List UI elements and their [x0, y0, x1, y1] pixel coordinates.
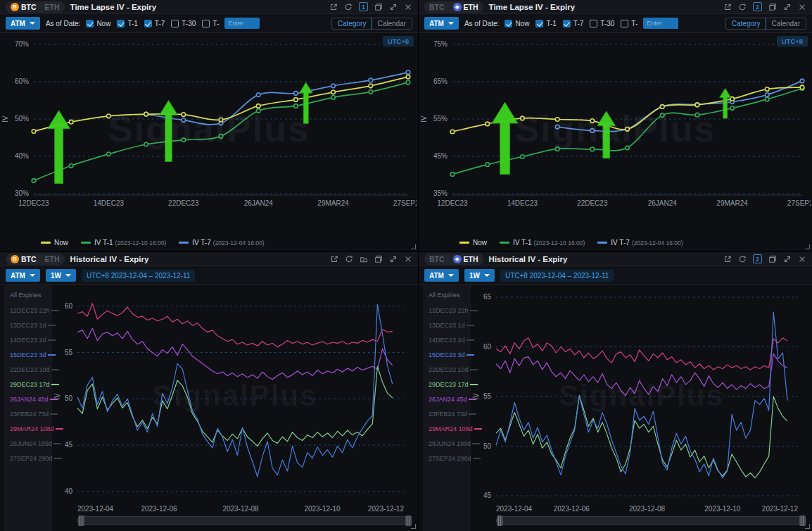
- checkbox-checked-icon[interactable]: [563, 20, 571, 27]
- currency-tab-eth[interactable]: ETH: [42, 3, 63, 11]
- currency-tab-btc[interactable]: BTC: [426, 255, 448, 263]
- custom-t-input[interactable]: [224, 18, 260, 29]
- resize-handle[interactable]: [411, 524, 416, 529]
- checkbox-t-7[interactable]: T-7: [563, 20, 583, 27]
- checkbox-t-[interactable]: T-: [621, 20, 637, 27]
- refresh-icon[interactable]: [345, 255, 353, 263]
- expiry-item[interactable]: 15DEC23 3d: [4, 347, 52, 362]
- legend-item[interactable]: Now: [459, 234, 487, 251]
- legend-item[interactable]: Now: [41, 234, 68, 251]
- checkbox-t-1[interactable]: T-1: [117, 20, 137, 27]
- expiry-item[interactable]: 12DEC23 22h: [4, 303, 52, 318]
- checkbox-checked-icon[interactable]: [117, 20, 125, 27]
- expiry-item[interactable]: 28JUN24 199d: [4, 436, 52, 451]
- checkbox-checked-icon[interactable]: [535, 20, 543, 27]
- expiry-item[interactable]: 29MAR24 108d: [4, 421, 52, 436]
- strike-select[interactable]: ATM: [6, 269, 40, 282]
- calendar-tab[interactable]: Calendar: [766, 18, 806, 29]
- expiry-item[interactable]: 27SEP24 290d: [423, 451, 471, 466]
- close-icon[interactable]: [798, 3, 806, 11]
- window-count-badge[interactable]: 2: [753, 2, 762, 11]
- period-select[interactable]: 1W: [464, 269, 495, 282]
- checkbox-t-30[interactable]: T-30: [171, 20, 196, 27]
- refresh-icon[interactable]: [738, 255, 747, 263]
- refresh-icon[interactable]: [738, 3, 747, 11]
- share-icon[interactable]: [329, 3, 338, 11]
- timelapse-chart[interactable]: 30%40%50%60%70%IV12DEC2314DEC2322DEC2326…: [0, 33, 417, 211]
- custom-t-input[interactable]: [643, 18, 678, 29]
- expiry-item[interactable]: 12DEC23 22h: [423, 303, 471, 318]
- duplicate-icon[interactable]: [374, 255, 383, 263]
- checkbox-t-[interactable]: T-: [202, 20, 219, 27]
- checkbox-t-7[interactable]: T-7: [144, 20, 165, 27]
- expiry-item[interactable]: 26JAN24 45d: [423, 392, 471, 406]
- expiry-item[interactable]: 22DEC23 10d: [423, 362, 471, 377]
- historical-chart[interactable]: 4550556065IV2023-12-042023-12-062023-12-…: [471, 285, 809, 515]
- close-icon[interactable]: [404, 255, 412, 263]
- strike-select[interactable]: ATM: [6, 17, 40, 30]
- expiry-item[interactable]: 22DEC23 10d: [4, 362, 52, 377]
- timelapse-chart-area[interactable]: SignalPlus UTC+8 35%45%55%65%75%IV12DEC2…: [419, 33, 812, 230]
- resize-handle[interactable]: [805, 524, 810, 529]
- currency-tab-btc[interactable]: B BTC: [8, 255, 39, 263]
- historical-chart[interactable]: 4045505560IV2023-12-042023-12-062023-12-…: [52, 285, 415, 515]
- share-icon[interactable]: [330, 255, 338, 263]
- expiry-item[interactable]: 15DEC23 3d: [423, 347, 471, 362]
- checkbox-t-1[interactable]: T-1: [535, 20, 556, 27]
- checkbox-t-30[interactable]: T-30: [590, 20, 614, 27]
- strike-select[interactable]: ATM: [424, 269, 459, 282]
- folder-icon[interactable]: [360, 255, 368, 263]
- maximize-icon[interactable]: [389, 255, 398, 263]
- expiry-item[interactable]: 29MAR24 108d: [423, 421, 471, 436]
- expiry-item[interactable]: 28JUN24 199d: [423, 436, 471, 451]
- strike-select[interactable]: ATM: [424, 17, 459, 30]
- duplicate-icon[interactable]: [374, 3, 383, 11]
- window-count-badge[interactable]: 2: [753, 254, 762, 263]
- currency-tab-btc[interactable]: BTC: [426, 3, 448, 11]
- scrollbar-handle-left[interactable]: [78, 516, 84, 526]
- share-icon[interactable]: [723, 3, 732, 11]
- timelapse-chart-area[interactable]: SignalPlus UTC+8 30%40%50%60%70%IV12DEC2…: [0, 33, 418, 230]
- time-scrollbar[interactable]: [77, 516, 412, 525]
- window-count-badge[interactable]: 1: [359, 2, 368, 11]
- checkbox-checked-icon[interactable]: [144, 20, 152, 27]
- category-tab[interactable]: Category: [725, 18, 767, 30]
- expiry-item[interactable]: 23FEB24 73d: [4, 406, 52, 421]
- expiry-item[interactable]: 29DEC23 17d: [423, 377, 471, 392]
- expiry-item[interactable]: 27SEP24 290d: [4, 451, 52, 466]
- maximize-icon[interactable]: [783, 255, 792, 263]
- expiry-item[interactable]: 13DEC23 1d: [4, 318, 52, 332]
- checkbox-now[interactable]: Now: [505, 20, 529, 27]
- timelapse-chart[interactable]: 35%45%55%65%75%IV12DEC2314DEC2322DEC2326…: [419, 33, 811, 211]
- expiry-item[interactable]: 23FEB24 73d: [423, 406, 471, 421]
- currency-tab-eth[interactable]: ETH: [42, 255, 63, 263]
- close-icon[interactable]: [798, 255, 806, 263]
- checkbox-checked-icon[interactable]: [505, 20, 512, 27]
- historical-chart-area[interactable]: SignalPlus 4550556065IV2023-12-042023-12…: [471, 285, 812, 531]
- expiry-item[interactable]: 13DEC23 1d: [423, 318, 471, 332]
- duplicate-icon[interactable]: [768, 3, 777, 11]
- currency-tab-eth[interactable]: ◆ ETH: [450, 255, 481, 263]
- checkbox-unchecked-icon[interactable]: [621, 20, 628, 27]
- checkbox-unchecked-icon[interactable]: [590, 20, 597, 27]
- duplicate-icon[interactable]: [768, 255, 777, 263]
- historical-chart-area[interactable]: SignalPlus 4045505560IV2023-12-042023-12…: [52, 285, 418, 531]
- currency-tab-eth[interactable]: ◆ ETH: [450, 3, 481, 11]
- legend-item[interactable]: IV T-1(2023-12-10 16:00): [500, 234, 585, 251]
- period-select[interactable]: 1W: [46, 269, 76, 282]
- close-icon[interactable]: [404, 3, 412, 11]
- share-icon[interactable]: [723, 255, 732, 263]
- legend-item[interactable]: IV T-1(2023-12-10 16:00): [81, 234, 166, 251]
- time-scrollbar[interactable]: [496, 516, 806, 525]
- legend-item[interactable]: IV T-7(2023-12-04 16:00): [179, 234, 264, 251]
- checkbox-unchecked-icon[interactable]: [202, 20, 210, 27]
- legend-item[interactable]: IV T-7(2023-12-04 16:00): [597, 234, 683, 251]
- expiry-item[interactable]: 14DEC23 2d: [423, 332, 471, 347]
- scrollbar-handle-left[interactable]: [497, 516, 503, 526]
- checkbox-unchecked-icon[interactable]: [171, 20, 179, 27]
- maximize-icon[interactable]: [389, 3, 398, 11]
- expiry-item[interactable]: 14DEC23 2d: [4, 332, 52, 347]
- maximize-icon[interactable]: [783, 3, 792, 11]
- currency-tab-btc[interactable]: B BTC: [8, 3, 39, 11]
- category-tab[interactable]: Category: [331, 18, 373, 30]
